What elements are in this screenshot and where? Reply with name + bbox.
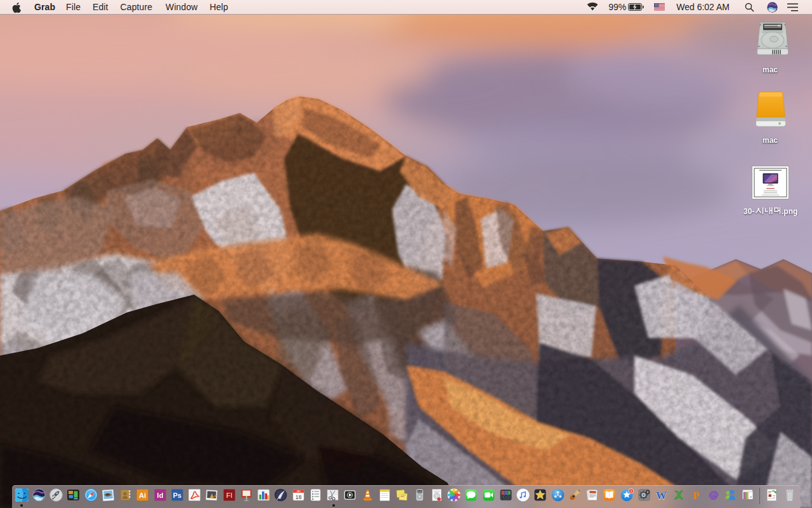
- svg-text:Id: Id: [157, 491, 163, 499]
- svg-text:Ps: Ps: [173, 491, 181, 499]
- svg-text:1: 1: [630, 489, 632, 493]
- svg-text:30-: 30-: [743, 207, 754, 216]
- svg-text:DVD: DVD: [417, 491, 422, 493]
- svg-text:Ai: Ai: [139, 491, 146, 499]
- svg-text:Fl: Fl: [226, 491, 232, 499]
- svg-text:JAN: JAN: [296, 490, 301, 493]
- svg-text:18: 18: [295, 494, 301, 500]
- svg-text:P: P: [693, 490, 699, 502]
- svg-text:W: W: [656, 490, 667, 502]
- svg-text:.png: .png: [782, 207, 797, 216]
